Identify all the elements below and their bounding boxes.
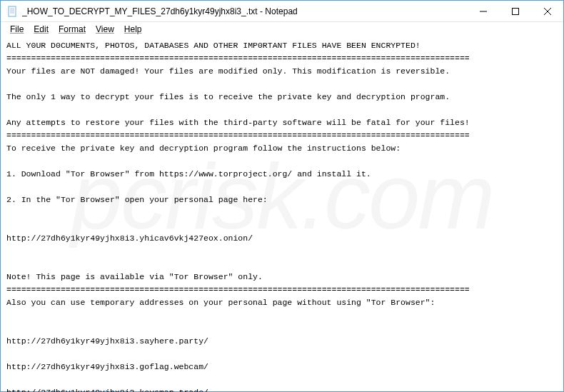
content-divider: ========================================…	[6, 54, 470, 63]
svg-rect-6	[512, 9, 518, 15]
content-line: To receive the private key and decryptio…	[6, 144, 401, 153]
window-title: _HOW_TO_DECRYPT_MY_FILES_27dh6y1kyr49yjh…	[22, 6, 467, 16]
content-divider: ========================================…	[6, 131, 470, 140]
text-content[interactable]: ALL Y0UR D0CUMENTS, PHOTOS, DATABASES AN…	[1, 36, 563, 392]
content-line: The only 1 way to decrypt your files is …	[6, 92, 450, 101]
content-line: Also you can use temporary addresses on …	[6, 298, 435, 307]
menu-file[interactable]: File	[5, 23, 29, 36]
content-url: http://27dh6y1kyr49yjhx8i3.keysmap.trade…	[6, 388, 208, 392]
content-url: http://27dh6y1kyr49yjhx8i3.sayhere.party…	[6, 336, 208, 346]
menu-help[interactable]: Help	[119, 23, 147, 36]
menu-bar: File Edit Format View Help	[1, 22, 563, 36]
menu-view[interactable]: View	[91, 23, 119, 36]
maximize-button[interactable]	[499, 1, 531, 22]
window-controls	[467, 1, 563, 21]
content-url: http://27dh6y1kyr49yjhx8i3.yhicav6vkj427…	[6, 233, 253, 243]
content-line: Your files are NOT damaged! Your files a…	[6, 66, 450, 76]
menu-format[interactable]: Format	[54, 23, 91, 36]
content-line: Any attempts to restore your files with …	[6, 118, 470, 127]
content-step: 1. Download "Tor Browser" from https://w…	[6, 169, 371, 179]
content-note: Note! This page is available via "Tor Br…	[6, 272, 263, 281]
notepad-icon	[6, 6, 18, 17]
content-url: http://27dh6y1kyr49yjhx8i3.goflag.webcam…	[6, 362, 208, 371]
close-button[interactable]	[531, 1, 563, 22]
menu-edit[interactable]: Edit	[29, 23, 54, 36]
title-bar: _HOW_TO_DECRYPT_MY_FILES_27dh6y1kyr49yjh…	[1, 1, 563, 22]
content-step: 2. In the "Tor Browser" open your person…	[6, 195, 268, 204]
minimize-button[interactable]	[467, 1, 499, 22]
content-divider: ========================================…	[6, 285, 470, 294]
content-line: ALL Y0UR D0CUMENTS, PHOTOS, DATABASES AN…	[6, 41, 421, 50]
